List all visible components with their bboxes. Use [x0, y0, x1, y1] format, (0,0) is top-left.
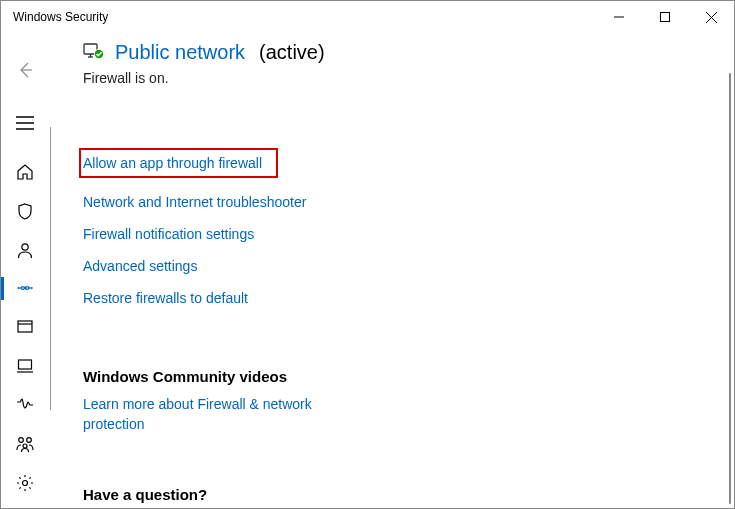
nav-firewall-icon[interactable] — [1, 269, 49, 308]
svg-point-17 — [27, 437, 32, 442]
scrollbar[interactable] — [729, 73, 731, 504]
allow-app-link[interactable]: Allow an app through firewall — [83, 155, 262, 171]
question-heading: Have a question? — [83, 486, 714, 503]
svg-point-19 — [23, 480, 28, 485]
svg-rect-1 — [661, 13, 670, 22]
svg-point-16 — [19, 437, 24, 442]
network-status-icon — [83, 42, 105, 63]
close-button[interactable] — [688, 1, 734, 33]
nav-account-icon[interactable] — [1, 230, 49, 269]
firewall-status: Firewall is on. — [83, 70, 714, 86]
nav-app-browser-icon[interactable] — [1, 308, 49, 347]
menu-button[interactable] — [1, 104, 49, 143]
nav-settings-icon[interactable] — [1, 463, 49, 502]
troubleshooter-link[interactable]: Network and Internet troubleshooter — [83, 194, 306, 210]
nav-family-icon[interactable] — [1, 424, 49, 463]
back-button[interactable] — [1, 51, 49, 90]
notification-settings-link[interactable]: Firewall notification settings — [83, 226, 254, 242]
restore-defaults-link[interactable]: Restore firewalls to default — [83, 290, 248, 306]
nav-device-performance-icon[interactable] — [1, 386, 49, 425]
svg-point-9 — [24, 287, 27, 290]
nav-home-icon[interactable] — [1, 153, 49, 192]
network-type-link[interactable]: Public network — [115, 41, 245, 64]
highlight-allow-app: Allow an app through firewall — [79, 148, 278, 178]
nav-device-security-icon[interactable] — [1, 347, 49, 386]
svg-rect-12 — [18, 321, 32, 332]
advanced-settings-link[interactable]: Advanced settings — [83, 258, 197, 274]
minimize-button[interactable] — [596, 1, 642, 33]
svg-point-18 — [23, 444, 27, 448]
community-link[interactable]: Learn more about Firewall & network prot… — [83, 395, 343, 434]
maximize-button[interactable] — [642, 1, 688, 33]
nav-virus-icon[interactable] — [1, 191, 49, 230]
community-heading: Windows Community videos — [83, 368, 714, 385]
window-title: Windows Security — [13, 10, 596, 24]
active-label: (active) — [259, 41, 325, 64]
svg-point-8 — [22, 243, 28, 249]
svg-rect-14 — [19, 360, 32, 369]
